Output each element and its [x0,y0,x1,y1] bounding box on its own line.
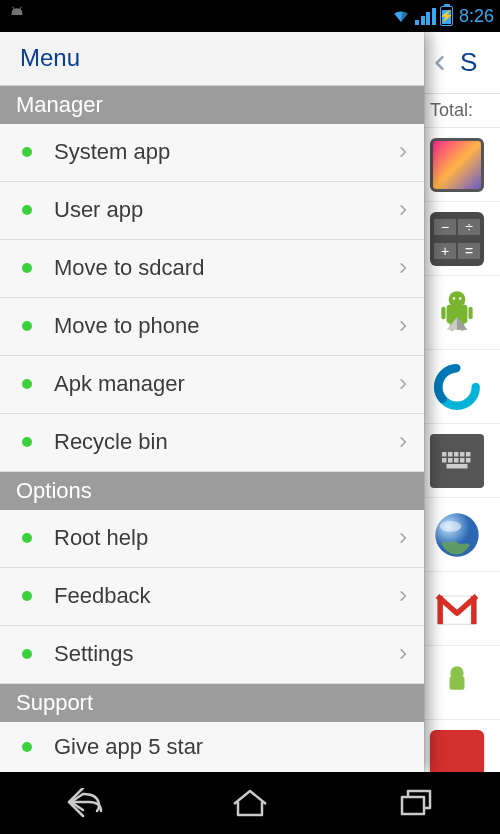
menu-label: Feedback [54,583,396,609]
chevron-right-icon [396,526,410,550]
bullet-icon [22,147,32,157]
app-row[interactable] [424,424,500,498]
menu-item-system-app[interactable]: System app [0,124,424,182]
menu-item-settings[interactable]: Settings [0,626,424,684]
svg-rect-21 [460,458,465,463]
status-bar: ⚡ 8:26 [0,0,500,32]
app-row[interactable] [424,498,500,572]
app-row[interactable] [424,646,500,720]
app-icon-android-box [430,286,484,340]
svg-rect-16 [460,452,465,457]
app-row[interactable]: − ÷ + = [424,202,500,276]
svg-rect-28 [438,596,443,624]
svg-rect-14 [448,452,453,457]
section-header-support: Support [0,684,424,722]
menu-item-move-to-phone[interactable]: Move to phone [0,298,424,356]
wifi-icon [391,7,411,25]
app-row[interactable] [424,350,500,424]
nav-home-button[interactable] [215,781,285,825]
menu-label: Move to sdcard [54,255,396,281]
menu-item-feedback[interactable]: Feedback [0,568,424,626]
chevron-right-icon [396,430,410,454]
menu-label: Move to phone [54,313,396,339]
bullet-icon [22,205,32,215]
svg-point-6 [453,297,456,300]
app-icon-red [430,730,484,773]
bullet-icon [22,379,32,389]
app-icon-android-small [430,656,484,710]
svg-rect-33 [402,797,424,814]
menu-item-recycle-bin[interactable]: Recycle bin [0,414,424,472]
svg-rect-18 [442,458,447,463]
main-title-letter: S [460,47,477,78]
menu-label: Settings [54,641,396,667]
nav-recent-icon [397,788,437,818]
menu-item-user-app[interactable]: User app [0,182,424,240]
drawer-title: Menu [20,44,80,72]
app-row[interactable] [424,276,500,350]
app-row[interactable] [424,128,500,202]
clock: 8:26 [459,6,494,27]
svg-rect-15 [454,452,459,457]
nav-back-icon [61,788,105,818]
main-header: S [424,32,500,94]
android-icon [6,5,28,27]
drawer-header: Menu [0,32,424,86]
bullet-icon [22,649,32,659]
svg-rect-2 [441,306,445,319]
navigation-bar [0,772,500,834]
chevron-left-icon[interactable] [430,48,450,78]
svg-point-7 [459,297,462,300]
menu-item-give-5-star[interactable]: Give app 5 star [0,722,424,772]
menu-item-root-help[interactable]: Root help [0,510,424,568]
nav-recent-button[interactable] [382,781,452,825]
chevron-right-icon [396,314,410,338]
menu-item-apk-manager[interactable]: Apk manager [0,356,424,414]
chevron-right-icon [396,140,410,164]
main-subheader: Total: [424,94,500,128]
nav-back-button[interactable] [48,781,118,825]
svg-rect-22 [466,458,471,463]
chevron-right-icon [396,642,410,666]
total-label: Total: [430,100,473,121]
svg-rect-13 [442,452,447,457]
app-list: − ÷ + = [424,128,500,772]
signal-icon [415,7,436,25]
app-icon-gallery [430,138,484,192]
svg-point-1 [449,291,466,308]
menu-label: Recycle bin [54,429,396,455]
main-panel-underlay: S Total: − ÷ + = [424,32,500,772]
svg-point-26 [440,520,462,531]
battery-charging-icon: ⚡ [440,6,453,26]
chevron-right-icon [396,198,410,222]
app-icon-mail [430,582,484,636]
app-icon-keyboard [430,434,484,488]
app-row[interactable] [424,720,500,772]
svg-rect-20 [454,458,459,463]
svg-rect-3 [468,306,472,319]
svg-rect-19 [448,458,453,463]
app-icon-earth [430,508,484,562]
drawer-menu: Menu Manager System app User app Move to… [0,32,424,772]
section-header-manager: Manager [0,86,424,124]
menu-item-move-to-sdcard[interactable]: Move to sdcard [0,240,424,298]
menu-label: Root help [54,525,396,551]
svg-rect-23 [447,464,468,469]
bullet-icon [22,742,32,752]
bullet-icon [22,533,32,543]
chevron-right-icon [396,256,410,280]
nav-home-icon [230,788,270,818]
bullet-icon [22,437,32,447]
svg-rect-29 [471,596,476,624]
app-icon-calculator: − ÷ + = [430,212,484,266]
app-icon-swirl [430,360,484,414]
app-row[interactable] [424,572,500,646]
chevron-right-icon [396,584,410,608]
svg-rect-31 [450,676,465,689]
bullet-icon [22,263,32,273]
chevron-right-icon [396,372,410,396]
menu-label: User app [54,197,396,223]
section-header-options: Options [0,472,424,510]
menu-label: Apk manager [54,371,396,397]
svg-rect-17 [466,452,471,457]
